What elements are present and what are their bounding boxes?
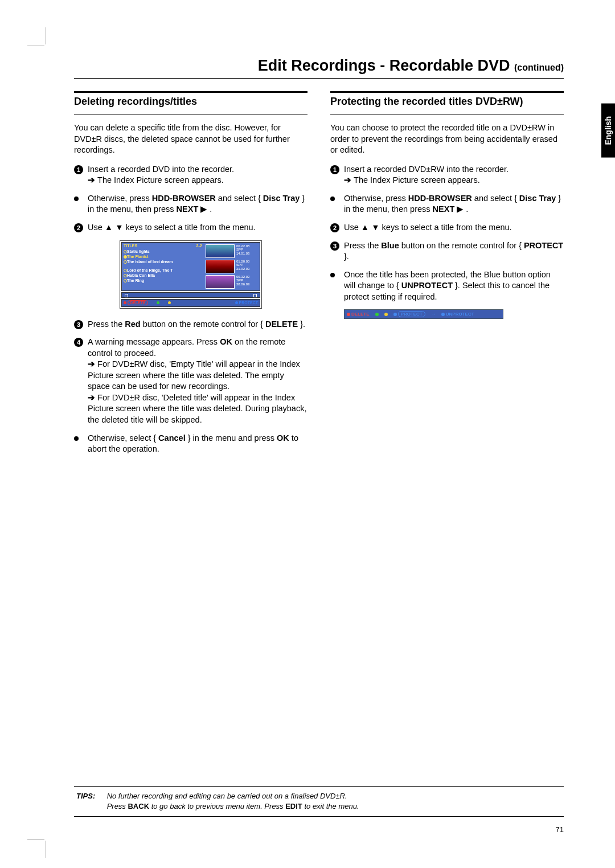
tip-line: No further recording and editing can be …: [107, 792, 347, 800]
tips-label: TIPS:: [76, 791, 105, 801]
yellow-button-icon: [168, 301, 171, 304]
alt-step: Otherwise, select { Cancel } in the menu…: [74, 433, 308, 455]
title-item: Static lights: [124, 249, 202, 254]
crop-mark: [27, 839, 44, 840]
t: HDD-BROWSER: [152, 194, 216, 203]
t: NEXT: [177, 204, 199, 214]
t: and select {: [472, 194, 519, 203]
l: DELETE: [128, 300, 148, 305]
intro-text: You can choose to protect the recorded t…: [330, 122, 564, 156]
step-number-icon: 3: [330, 241, 339, 251]
step-1: 1 Insert a recorded DVD into the recorde…: [74, 164, 308, 186]
t: NEXT: [433, 204, 455, 214]
thumbnail-icon: [206, 275, 235, 289]
titles-pane: TITLES2-2 Static lights The Pianist The …: [122, 243, 204, 290]
t: ▶ .: [198, 204, 212, 214]
t: OK: [277, 433, 289, 443]
step-text: Use ▲ ▼ keys to select a title from the …: [88, 222, 308, 234]
titles-count: 2-2: [196, 244, 202, 248]
step-number-icon: 3: [74, 320, 83, 329]
l: PROTECT: [398, 311, 425, 317]
step-2: 2 Use ▲ ▼ keys to select a title from th…: [330, 222, 564, 234]
green-button-icon: [157, 301, 159, 304]
t: Press: [107, 802, 128, 810]
t: EDIT: [285, 802, 302, 810]
t: }.: [298, 320, 305, 329]
protect-bar-illustration: DELETE PROTECT → UNPROTECT: [344, 309, 503, 319]
step-number-icon: 2: [330, 223, 339, 232]
l: DELETE: [351, 312, 370, 317]
m: 21.02.03: [236, 267, 249, 271]
step-number-icon: 1: [330, 165, 339, 174]
bullet-icon: [330, 273, 335, 277]
thumbnail-icon: [206, 260, 235, 273]
t: UNPROTECT: [401, 281, 453, 290]
title-item: Habla Con Ella: [124, 273, 202, 278]
crop-mark: [27, 46, 44, 46]
m: 00.32.02: [236, 275, 249, 279]
delete-button-icon: DELETE: [347, 312, 370, 317]
title-item: The Pianist: [124, 254, 202, 259]
step-text: Insert a recorded DVD±RW into the record…: [344, 165, 509, 174]
bullet-icon: [74, 436, 79, 441]
step-text: Insert a recorded DVD into the recorder.: [88, 165, 234, 174]
m: SPP: [236, 248, 243, 251]
intro-text: You can delete a specific title from the…: [74, 122, 308, 156]
section-heading-delete: Deleting recordings/titles: [74, 91, 308, 114]
t: DELETE: [265, 320, 298, 329]
t: Disc Tray: [519, 194, 556, 203]
spacer: [76, 801, 105, 812]
crop-mark: [46, 27, 46, 44]
t: Disc Tray: [263, 194, 300, 203]
t: }.: [344, 252, 349, 261]
button-bar: DELETE PROTECT: [121, 299, 260, 307]
title-item: The Ring: [124, 278, 202, 283]
t: BACK: [128, 802, 149, 810]
m: 01.20.00: [236, 260, 249, 263]
tips-box: TIPS: No further recording and editing c…: [74, 786, 564, 817]
scrub-bar: [121, 292, 260, 298]
t: A warning message appears. Press: [88, 337, 220, 346]
alt-step: Otherwise, press HDD-BROWSER and select …: [74, 193, 308, 215]
dvd-index-illustration: TITLES2-2 Static lights The Pianist The …: [120, 240, 262, 309]
t: ▶ .: [454, 204, 468, 214]
step-text: Use ▲ ▼ keys to select a title from the …: [344, 222, 564, 234]
t: Cancel: [158, 433, 186, 443]
t: button on the remote control for {: [399, 241, 524, 250]
titles-header: TITLES: [124, 244, 137, 248]
crop-mark: [46, 841, 46, 858]
alt-step: Otherwise, press HDD-BROWSER and select …: [330, 193, 564, 215]
step-4: 4 A warning message appears. Press OK on…: [74, 337, 308, 426]
t: Press the: [88, 320, 125, 329]
section-heading-protect: Protecting the recorded titles DVD±RW): [330, 91, 564, 114]
t: to go back to previous menu item. Press: [149, 802, 285, 810]
bullet-icon: [330, 196, 335, 201]
l: UNPROTECT: [446, 312, 474, 317]
t: Press the: [344, 241, 381, 250]
step-number-icon: 1: [74, 165, 83, 174]
step-number-icon: 2: [74, 223, 83, 232]
m: SPP: [236, 279, 243, 282]
t: Blue: [381, 241, 399, 250]
protect-button-icon: PROTECT: [235, 301, 258, 305]
m: 28.06.03: [236, 282, 249, 286]
green-button-icon: [375, 313, 379, 316]
t: Otherwise, press: [88, 194, 152, 203]
result-text: The Index Picture screen appears.: [344, 175, 480, 185]
t: to exit the menu.: [302, 802, 359, 810]
m: SPP: [236, 263, 243, 267]
delete-button-icon: DELETE: [124, 300, 148, 305]
m: 14.01.03: [236, 252, 249, 255]
page-number: 71: [556, 825, 564, 834]
t: } in the menu and press: [186, 433, 277, 443]
bullet-icon: [74, 196, 79, 201]
result-text: For DVD±R disc, 'Deleted title' will app…: [88, 393, 306, 424]
l: PROTECT: [239, 301, 258, 305]
step-4: Once the title has been protected, the B…: [330, 269, 564, 303]
step-number-icon: 4: [74, 338, 83, 347]
page-title-continued: (continued): [514, 63, 564, 72]
title-item: The island of lost dream: [124, 259, 202, 264]
t: PROTECT: [524, 241, 563, 250]
protect-button-icon: PROTECT: [393, 311, 425, 317]
t: Otherwise, press: [344, 194, 408, 203]
